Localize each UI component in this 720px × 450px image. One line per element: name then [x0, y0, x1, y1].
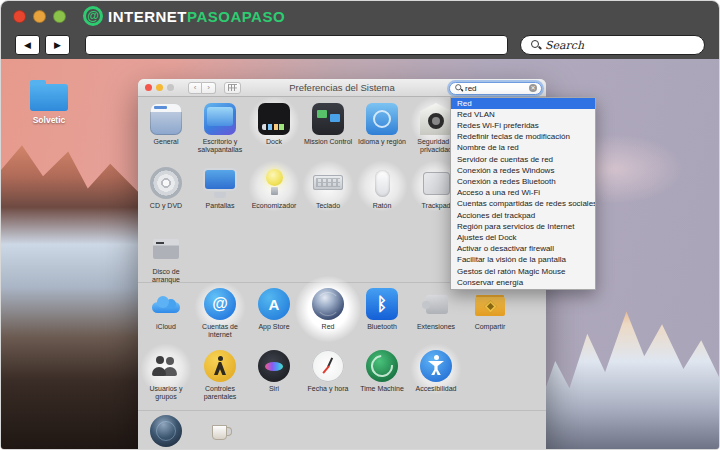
java-icon — [204, 415, 236, 447]
appstore-icon — [258, 288, 290, 320]
pref-item-label: Red — [322, 323, 335, 331]
mission-control-icon — [312, 103, 344, 135]
search-result-item[interactable]: Conexión a redes Bluetooth — [451, 176, 595, 187]
prefs-forward-button[interactable]: › — [202, 82, 216, 94]
address-bar[interactable] — [85, 35, 508, 55]
timemachine-icon — [366, 350, 398, 382]
search-result-item[interactable]: Red — [451, 98, 595, 109]
search-result-item[interactable]: Ajustes del Dock — [451, 232, 595, 243]
brand-logo-icon: @ — [83, 6, 103, 26]
pref-item-label: CD y DVD — [150, 202, 182, 210]
pref-item-timemachine[interactable]: Time Machine — [355, 350, 409, 409]
pref-item-parental[interactable]: Controles parentales — [193, 350, 247, 409]
wallpaper-mountain-left — [1, 139, 141, 449]
search-result-item[interactable]: Conservar energía — [451, 277, 595, 288]
pref-item-startup-disk[interactable]: Disco de arranque — [139, 233, 193, 281]
search-result-item[interactable]: Servidor de cuentas de red — [451, 154, 595, 165]
pref-item-mouse[interactable]: Ratón — [355, 167, 409, 231]
pref-item-label: Compartir — [475, 323, 506, 331]
pref-item-bluetooth[interactable]: Bluetooth — [355, 288, 409, 347]
pref-item-displays[interactable]: Pantallas — [193, 167, 247, 231]
network-icon — [312, 288, 344, 320]
pref-item-label: Mission Control — [304, 138, 352, 146]
prefs-back-button[interactable]: ‹ — [188, 82, 202, 94]
browser-forward-button[interactable]: ▶ — [45, 35, 70, 55]
search-result-item[interactable]: Conexión a redes Windows — [451, 165, 595, 176]
search-result-item[interactable]: Redefinir teclas de modificación — [451, 132, 595, 143]
show-all-grid-button[interactable] — [224, 82, 241, 94]
screenshot-frame: @ INTERNETPASOAPASO ◀ ▶ Search Solvetic — [0, 0, 720, 450]
search-result-item[interactable]: Acciones del trackpad — [451, 210, 595, 221]
browser-minimize-button[interactable] — [33, 10, 46, 23]
keyboard-icon — [312, 167, 344, 199]
pref-item-sharing[interactable]: Compartir — [463, 288, 517, 347]
internet-accounts-icon — [204, 288, 236, 320]
search-result-item[interactable]: Facilitar la visión de la pantalla — [451, 255, 595, 266]
pref-item-appstore[interactable]: App Store — [247, 288, 301, 347]
pref-item-icloud[interactable]: iCloud — [139, 288, 193, 347]
search-icon — [455, 84, 463, 92]
dnscrypt-icon — [150, 415, 182, 447]
prefs-row: DNSCryptJava — [138, 412, 546, 448]
browser-close-button[interactable] — [13, 10, 26, 23]
pref-item-label: Escritorio y salvapantallas — [194, 138, 246, 155]
browser-zoom-button[interactable] — [53, 10, 66, 23]
accessibility-icon — [420, 350, 452, 382]
prefs-close-button[interactable] — [145, 84, 152, 91]
pref-item-dock[interactable]: Dock — [247, 103, 301, 165]
clear-search-icon[interactable]: ✕ — [529, 84, 537, 92]
prefs-minimize-button[interactable] — [156, 84, 163, 91]
pref-item-label: Time Machine — [360, 385, 404, 393]
desktop-folder-solvetic[interactable]: Solvetic — [17, 84, 81, 125]
pref-item-internet-accounts[interactable]: Cuentas de internet — [193, 288, 247, 347]
browser-search-placeholder: Search — [545, 39, 584, 52]
prefs-search-field[interactable]: red ✕ — [449, 82, 542, 95]
pref-item-java[interactable]: Java — [193, 415, 247, 448]
displays-icon — [204, 167, 236, 199]
siri-icon — [258, 350, 290, 382]
pref-item-label: Idioma y región — [358, 138, 406, 146]
pref-item-network[interactable]: Red — [301, 288, 355, 347]
pref-item-label: Pantallas — [206, 202, 235, 210]
search-result-item[interactable]: Activar o desactivar firewall — [451, 244, 595, 255]
pref-item-datetime[interactable]: Fecha y hora — [301, 350, 355, 409]
prefs-zoom-button[interactable] — [167, 84, 174, 91]
prefs-row: iCloudCuentas de internetApp StoreRedBlu… — [138, 284, 546, 347]
prefs-row: Usuarios y gruposControles parentalesSir… — [138, 347, 546, 409]
cd-dvd-icon — [150, 167, 182, 199]
search-result-item[interactable]: Nombre de la red — [451, 143, 595, 154]
pref-item-label: Cuentas de internet — [194, 323, 246, 340]
search-result-item[interactable]: Región para servicios de Internet — [451, 221, 595, 232]
pref-item-mission-control[interactable]: Mission Control — [301, 103, 355, 165]
parental-icon — [204, 350, 236, 382]
search-result-item[interactable]: Gestos del ratón Magic Mouse — [451, 266, 595, 277]
users-icon — [150, 350, 182, 382]
pref-item-energy[interactable]: Economizador — [247, 167, 301, 231]
search-result-item[interactable]: Red VLAN — [451, 109, 595, 120]
pref-item-dnscrypt[interactable]: DNSCrypt — [139, 415, 193, 448]
search-result-item[interactable]: Acceso a una red Wi-Fi — [451, 188, 595, 199]
pref-item-desktop-screensaver[interactable]: Escritorio y salvapantallas — [193, 103, 247, 165]
search-result-item[interactable]: Cuentas compartidas de redes sociales — [451, 199, 595, 210]
pref-item-cd-dvd[interactable]: CD y DVD — [139, 167, 193, 231]
search-results-dropdown: RedRed VLANRedes Wi-Fi preferidasRedefin… — [450, 97, 596, 290]
pref-item-siri[interactable]: Siri — [247, 350, 301, 409]
pref-item-users[interactable]: Usuarios y grupos — [139, 350, 193, 409]
search-icon — [531, 40, 541, 50]
browser-search-box[interactable]: Search — [520, 35, 705, 55]
general-icon — [150, 103, 182, 135]
browser-back-button[interactable]: ◀ — [15, 35, 40, 55]
search-result-item[interactable]: Redes Wi-Fi preferidas — [451, 120, 595, 131]
pref-item-keyboard[interactable]: Teclado — [301, 167, 355, 231]
pref-item-extensions[interactable]: Extensiones — [409, 288, 463, 347]
extensions-icon — [420, 288, 452, 320]
pref-item-label: Bluetooth — [367, 323, 397, 331]
pref-item-general[interactable]: General — [139, 103, 193, 165]
pref-item-language-region[interactable]: Idioma y región — [355, 103, 409, 165]
brand-logo-text-internet: INTERNET — [108, 8, 187, 25]
folder-label: Solvetic — [17, 115, 81, 125]
bluetooth-icon — [366, 288, 398, 320]
pref-item-accessibility[interactable]: Accesibilidad — [409, 350, 463, 409]
pref-item-label: Disco de arranque — [140, 268, 192, 285]
desktop: Solvetic ‹ › Preferencias del Sistema re… — [1, 59, 719, 449]
